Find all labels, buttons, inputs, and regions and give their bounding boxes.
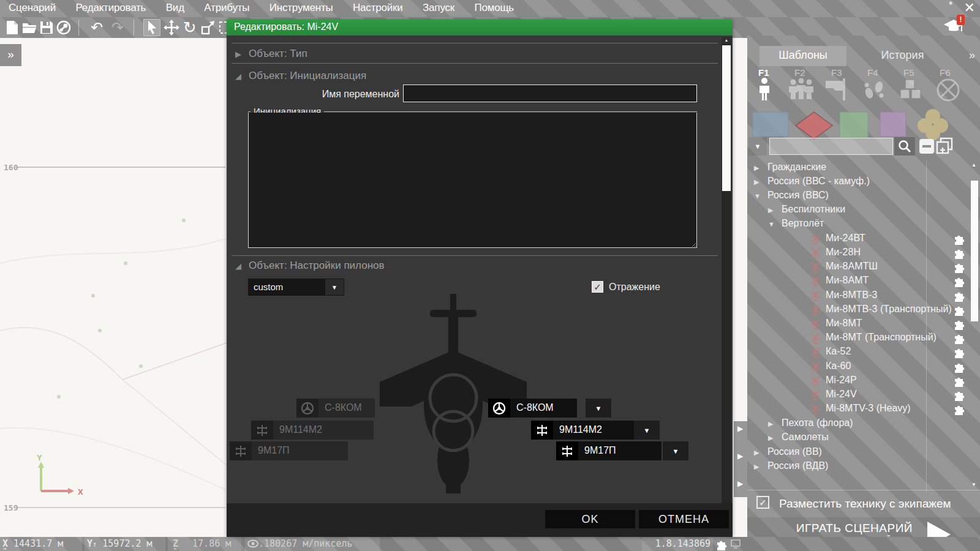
expand-right-icon[interactable]: ▶ <box>737 479 743 488</box>
tree-item-mi24v[interactable]: Mi-24V <box>747 388 968 402</box>
collapsed-triangle-icon[interactable]: ▶ <box>754 463 759 471</box>
collapsed-triangle-icon[interactable]: ▶ <box>754 178 759 186</box>
section-object-init[interactable]: ◢Объект: Инициализация <box>235 70 366 82</box>
pylon-right-3-dropdown[interactable]: ▼ <box>663 441 688 460</box>
menu-scenario[interactable]: Сценарий <box>0 0 64 17</box>
tree-item-mi8mt[interactable]: Ми-8МТ <box>747 317 968 331</box>
redo-icon[interactable]: ↷ <box>109 19 126 36</box>
tree-item-mi28n[interactable]: Ми-28Н <box>747 246 968 260</box>
open-folder-icon[interactable] <box>21 19 38 36</box>
menu-attributes[interactable]: Атрибуты <box>195 0 258 17</box>
tree-item-ka60[interactable]: Ка-60 <box>747 360 968 374</box>
faction-shape-green[interactable] <box>839 111 869 141</box>
monitor-icon[interactable] <box>730 539 741 550</box>
menu-view[interactable]: Вид <box>157 0 193 17</box>
dialog-title-bar[interactable]: Редактировать: Mi-24V <box>227 20 733 36</box>
magnifier-icon[interactable] <box>894 137 915 156</box>
new-file-icon[interactable] <box>4 19 21 36</box>
scroll-up-icon[interactable]: ▲ <box>971 162 978 168</box>
undo-icon[interactable]: ↶ <box>88 19 105 36</box>
expanded-triangle-icon[interactable]: ▼ <box>768 220 775 228</box>
tree-item-mi8mt-transport[interactable]: Ми-8МТ (Транспортный) <box>747 331 968 345</box>
scrollbar-thumb[interactable] <box>971 181 978 321</box>
filter-dropdown-icon[interactable]: ▼ <box>748 137 767 156</box>
faction-shape-purple[interactable] <box>880 111 907 140</box>
expanded-triangle-icon[interactable]: ◢ <box>235 72 241 81</box>
expand-left-panel-button[interactable]: » <box>0 44 21 66</box>
variable-name-input[interactable] <box>403 84 697 102</box>
menu-tools[interactable]: Инструменты <box>261 0 342 17</box>
scale-tool-icon[interactable] <box>200 19 217 36</box>
tab-history[interactable]: История <box>846 46 959 66</box>
pylon-preset-dropdown[interactable]: custom ▼ <box>248 279 344 296</box>
move-tool-icon[interactable] <box>163 19 180 36</box>
category-empty-marker-icon[interactable] <box>935 77 962 105</box>
category-flag-icon[interactable] <box>824 77 849 104</box>
search-input[interactable] <box>769 138 893 155</box>
init-textarea[interactable] <box>248 113 697 248</box>
pylon-right-3[interactable]: 9М17П <box>556 441 662 460</box>
tree-item-uav[interactable]: ▶Беспилотники <box>747 203 968 217</box>
category-waypoints-footsteps-icon[interactable] <box>861 77 886 104</box>
mods-puzzle-icon[interactable] <box>715 539 727 550</box>
expand-right-icon[interactable]: ▶ <box>737 424 743 433</box>
collapsed-triangle-icon[interactable]: ▶ <box>754 164 759 172</box>
menu-edit[interactable]: Редактировать <box>67 0 154 17</box>
tree-item-mi24vt[interactable]: Ми-24ВТ <box>747 232 968 246</box>
expanded-triangle-icon[interactable]: ▼ <box>754 192 761 200</box>
tree-item-russia-vvs-camo[interactable]: ▶Россия (ВВС - камуф.) <box>747 175 968 189</box>
menu-run[interactable]: Запуск <box>414 0 463 17</box>
menu-settings[interactable]: Настройки <box>344 0 412 17</box>
category-modules-cubes-icon[interactable] <box>898 77 924 104</box>
collapsed-triangle-icon[interactable]: ▶ <box>768 434 773 442</box>
tree-item-civilian[interactable]: ▶Гражданские <box>747 161 968 175</box>
rotate-tool-icon[interactable]: ↻ <box>181 19 198 36</box>
tree-item-russia-vvs[interactable]: ▼Россия (ВВС) <box>747 189 968 203</box>
faction-shape-blue[interactable] <box>752 111 789 140</box>
tree-item-infantry-flora[interactable]: ▶Пехота (флора) <box>747 417 968 431</box>
tree-item-russia-vdv[interactable]: ▶Россия (ВДВ) <box>747 460 968 474</box>
tree-scrollbar[interactable]: ▲ ▼ <box>970 161 979 492</box>
select-tool-cursor-icon[interactable] <box>143 19 160 36</box>
collapsed-triangle-icon[interactable]: ▶ <box>235 50 241 59</box>
steam-icon[interactable] <box>55 19 72 36</box>
menu-help[interactable]: Помощь <box>466 0 522 17</box>
tree-item-ka52[interactable]: Ка-52 <box>747 345 968 359</box>
tree-item-mi8amtsh[interactable]: Ми-8АМТШ <box>747 260 968 274</box>
new-tab-icon[interactable] <box>936 137 954 158</box>
scroll-down-icon[interactable]: ▼ <box>971 482 978 487</box>
tabs-more-icon[interactable]: » <box>969 49 975 62</box>
category-units-person-icon[interactable] <box>756 77 773 104</box>
tree-item-mi24p[interactable]: Mi-24P <box>747 374 968 388</box>
collapsed-triangle-icon[interactable]: ▶ <box>754 449 759 457</box>
scrollbar-thumb[interactable] <box>722 45 731 191</box>
tab-templates[interactable]: Шаблоны <box>760 46 846 66</box>
pylon-right-2-dropdown[interactable]: ▼ <box>634 421 660 440</box>
pylon-right-2[interactable]: 9М114М2 <box>531 421 635 440</box>
cancel-button[interactable]: ОТМЕНА <box>639 510 729 528</box>
expanded-triangle-icon[interactable]: ◢ <box>235 261 241 271</box>
tree-item-helicopter[interactable]: ▼Вертолёт <box>747 217 968 231</box>
expand-right-icon[interactable]: ▶ <box>737 452 743 460</box>
collapsed-triangle-icon[interactable]: ▶ <box>768 420 773 428</box>
scroll-up-icon[interactable]: ▲ <box>722 37 731 44</box>
pylon-right-1[interactable]: С-8КОМ <box>488 399 577 418</box>
tree-item-russia-vv[interactable]: ▶Россия (ВВ) <box>747 446 968 460</box>
collapse-all-icon[interactable] <box>919 138 935 157</box>
tree-item-mi8amt[interactable]: Ми-8АМТ <box>747 274 968 288</box>
ok-button[interactable]: OK <box>545 510 635 528</box>
tutorial-indicator[interactable]: ! <box>943 18 964 37</box>
tree-item-mi8mtv3-transport[interactable]: Ми-8МТВ-3 (Транспортный) <box>747 303 968 317</box>
save-icon[interactable] <box>38 19 55 36</box>
tree-item-planes[interactable]: ▶Самолеты <box>747 431 968 445</box>
mirror-checkbox[interactable]: ✓ <box>592 281 603 293</box>
collapsed-triangle-icon[interactable]: ▶ <box>768 206 773 214</box>
place-with-crew-checkbox[interactable]: ✓ <box>756 496 769 509</box>
section-object-type[interactable]: ▶Объект: Тип <box>235 48 307 60</box>
section-pylon-settings[interactable]: ◢Объект: Настройки пилонов <box>235 260 385 272</box>
chevron-down-icon[interactable]: ▼ <box>325 279 344 295</box>
tree-item-mi8mtv3[interactable]: Ми-8МТВ-3 <box>747 289 968 303</box>
pylon-right-1-dropdown[interactable]: ▼ <box>586 399 611 418</box>
dialog-scrollbar[interactable]: ▲ ▼ <box>722 37 731 520</box>
close-icon[interactable]: ✕ <box>964 0 975 16</box>
